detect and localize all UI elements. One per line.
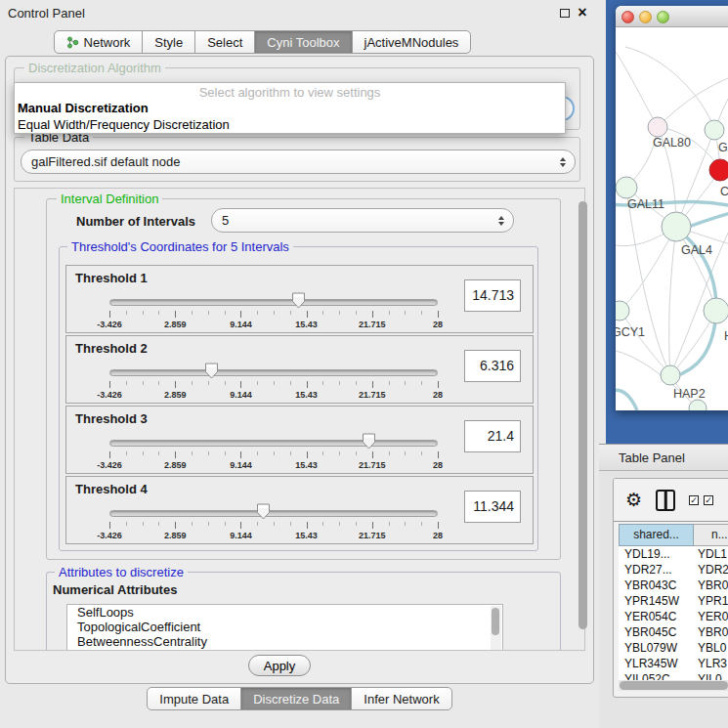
node-gal4[interactable] — [662, 212, 691, 241]
gear-icon[interactable]: ⚙ — [625, 491, 642, 509]
column-header-name[interactable]: n... — [694, 524, 728, 546]
node-label-c: C — [720, 185, 728, 198]
checkbox-icons: ✓ ✓ — [689, 495, 713, 505]
zoom-traffic-light-icon[interactable] — [657, 11, 669, 23]
scrollbar-thumb[interactable] — [620, 681, 728, 690]
network-window-titlebar[interactable] — [616, 6, 728, 27]
node-right[interactable] — [704, 298, 728, 323]
slider-tick-labels: -3.4262.8599.14415.4321.71528 — [109, 320, 438, 330]
slider-thumb-icon[interactable] — [256, 503, 271, 520]
attribute-items: SelfLoopsTopologicalCoefficientBetweenne… — [67, 605, 502, 649]
threshold-slider[interactable]: -3.4262.8599.14415.4321.71528 — [109, 291, 438, 332]
tab-impute-data[interactable]: Impute Data — [147, 687, 241, 710]
attribute-item[interactable]: SelfLoops — [67, 605, 502, 620]
attribute-item[interactable]: TopologicalCoefficient — [67, 620, 502, 634]
slider-thumb-icon[interactable] — [291, 292, 306, 309]
slider-track[interactable] — [109, 369, 438, 376]
close-traffic-light-icon[interactable] — [621, 11, 634, 23]
slider-track[interactable] — [109, 510, 438, 517]
control-panel-tabs: NetworkStyleSelectCyni ToolboxjActiveMNo… — [0, 30, 562, 54]
slider-track[interactable] — [109, 440, 438, 447]
network-view-window: GAL80GACGAL11GAL4GCY1HHAP2 — [616, 6, 728, 410]
tick-label: 9.144 — [230, 390, 252, 400]
tab-discretize-data[interactable]: Discretize Data — [240, 687, 352, 710]
slider-tick-labels: -3.4262.8599.14415.4321.71528 — [109, 531, 438, 541]
number-of-intervals-combobox[interactable]: 5 — [211, 208, 514, 233]
tick-label: -3.426 — [97, 390, 122, 400]
threshold-slider[interactable]: -3.4262.8599.14415.4321.71528 — [109, 502, 438, 543]
node-gcy1[interactable] — [616, 301, 629, 321]
scrollbar-thumb[interactable] — [578, 201, 587, 629]
node-bottom[interactable] — [689, 400, 707, 410]
node-red[interactable] — [709, 159, 728, 181]
threshold-value-field[interactable]: 6.316 — [464, 350, 521, 382]
tab-infer-network[interactable]: Infer Network — [351, 687, 451, 710]
apply-button[interactable]: Apply — [248, 655, 311, 676]
threshold-slider[interactable]: -3.4262.8599.14415.4321.71528 — [109, 432, 438, 473]
table-row[interactable]: YBR045CYBR0 — [619, 624, 728, 640]
tab-style[interactable]: Style — [142, 30, 195, 54]
tick-label: 9.144 — [230, 320, 252, 329]
table-panel-inner: ⚙ ✓ ✓ shared... n... YDL19...YDL1YDR27..… — [613, 478, 728, 698]
scrollbar-thumb[interactable] — [492, 608, 499, 635]
tick-label: 15.43 — [295, 460, 318, 470]
threshold-value-field[interactable]: 21.4 — [464, 420, 521, 452]
tab-jactivemnodules[interactable]: jActiveMNodules — [352, 30, 472, 54]
threshold-value-field[interactable]: 11.344 — [464, 491, 521, 523]
float-button[interactable] — [556, 4, 574, 21]
tick-label: 28 — [433, 531, 443, 540]
table-row[interactable]: YDL19...YDL1 — [619, 546, 728, 562]
checkbox-checked-icon[interactable]: ✓ — [689, 495, 699, 505]
network-edge — [625, 47, 714, 130]
close-button[interactable]: × — [574, 4, 591, 21]
threshold-slider[interactable]: -3.4262.8599.14415.4321.71528 — [109, 362, 438, 403]
split-columns-icon[interactable] — [656, 490, 675, 511]
table-row[interactable]: YPR145WYPR1 — [619, 593, 728, 609]
attributes-scrollbar[interactable] — [491, 606, 501, 651]
cell-name: YLR3 — [694, 656, 728, 671]
table-row[interactable]: YIL052CYIL0 — [619, 671, 728, 680]
numerical-attributes-list[interactable]: SelfLoopsTopologicalCoefficientBetweenne… — [66, 604, 503, 651]
table-data-combobox[interactable]: galFiltered.sif default node — [21, 150, 576, 174]
threshold-label: Threshold 2 — [75, 341, 148, 356]
table-panel: ⚙ ✓ ✓ shared... n... YDL19...YDL1YDR27..… — [599, 471, 728, 728]
spinner-arrows-icon — [560, 157, 566, 167]
slider-track[interactable] — [109, 299, 438, 306]
network-canvas[interactable]: GAL80GACGAL11GAL4GCY1HHAP2 — [616, 27, 728, 410]
tick-label: -3.426 — [97, 320, 122, 329]
node-gal11[interactable] — [616, 177, 637, 198]
network-edge — [658, 76, 728, 127]
node-top-right[interactable] — [705, 120, 724, 140]
slider-thumb-icon[interactable] — [362, 433, 376, 450]
main-scrollbar[interactable] — [578, 193, 589, 645]
tick-label: 15.43 — [295, 320, 318, 329]
dropdown-option-manual[interactable]: Manual Discretization — [15, 100, 565, 116]
table-row[interactable]: YBL079WYBL0 — [619, 640, 728, 656]
tick-label: 21.715 — [359, 460, 386, 470]
dropdown-placeholder-item[interactable]: Select algorithm to view settings — [15, 83, 565, 100]
table-row[interactable]: YLR345WYLR3 — [619, 656, 728, 671]
node-gal80[interactable] — [648, 117, 667, 137]
desktop-background: GAL80GACGAL11GAL4GCY1HHAP2 — [606, 0, 728, 445]
dropdown-option-equal-width[interactable]: Equal Width/Frequency Discretization — [15, 116, 565, 133]
table-data-value: galFiltered.sif default node — [31, 154, 180, 169]
node-hap2[interactable] — [661, 365, 680, 385]
network-edge — [626, 188, 670, 375]
minimize-traffic-light-icon[interactable] — [639, 11, 652, 23]
slider-thumb-icon[interactable] — [204, 363, 219, 379]
checkbox-checked-icon[interactable]: ✓ — [704, 495, 713, 505]
column-header-shared-name[interactable]: shared... — [619, 524, 694, 546]
attribute-item[interactable]: BetweennessCentrality — [67, 634, 502, 649]
tick-label: 28 — [433, 320, 443, 329]
table-horizontal-scrollbar[interactable] — [619, 680, 728, 691]
threshold-value-field[interactable]: 14.713 — [464, 279, 521, 312]
tab-network[interactable]: Network — [54, 30, 144, 54]
thresholds-group: Threshold's Coordinates for 5 Intervals … — [59, 246, 538, 551]
table-row[interactable]: YBR043CYBR0 — [619, 578, 728, 593]
table-row[interactable]: YDR27...YDR2 — [619, 562, 728, 578]
tab-select[interactable]: Select — [194, 30, 255, 54]
tab-label: Cyni Toolbox — [267, 35, 339, 50]
tab-cyni-toolbox[interactable]: Cyni Toolbox — [254, 30, 352, 54]
tick-label: 28 — [433, 460, 443, 470]
table-row[interactable]: YER054CYER0 — [619, 609, 728, 624]
